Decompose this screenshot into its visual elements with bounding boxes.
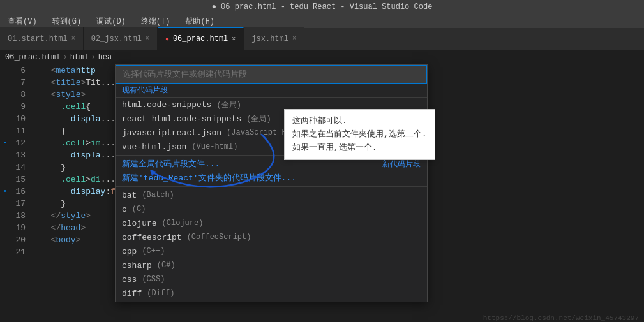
line-num-13: 13 (10, 149, 31, 161)
left-gutter: • • (0, 64, 10, 322)
snippet-item-scope: (Clojure) (162, 219, 204, 228)
snippet-item-vuehtml[interactable]: vue-html.json (Vue-html) (116, 140, 427, 154)
tab-close-icon[interactable]: × (71, 35, 75, 42)
menu-debug[interactable]: 调试(D) (94, 15, 128, 28)
line-numbers: 6 7 8 9 10 11 12 13 14 15 16 17 18 19 20… (10, 64, 36, 322)
snippet-item-scope: (Vue-html) (191, 142, 237, 151)
menu-goto[interactable]: 转到(G) (50, 15, 84, 28)
snippet-item-scope: (C#) (157, 261, 176, 270)
snippet-item-bat[interactable]: bat (Batch) (116, 188, 427, 202)
breadcrumb-item-html[interactable]: html (70, 53, 89, 62)
snippet-item-scope: (全局) (216, 99, 241, 110)
snippet-item-label: css (122, 275, 137, 284)
snippet-item-label: 新建全局代码片段文件... (122, 158, 220, 170)
menu-view[interactable]: 查看(V) (5, 15, 40, 28)
menu-help[interactable]: 帮助(H) (183, 15, 217, 28)
snippet-item-scope: (Diff) (147, 289, 174, 298)
snippet-item-jsreact[interactable]: javascriptreact.json (JavaScript React) (116, 126, 427, 140)
menu-terminal[interactable]: 终端(T) (139, 15, 173, 28)
snippet-list[interactable]: html.code-snippets (全局) react_html.code-… (116, 98, 427, 302)
snippet-item-clojure[interactable]: clojure (Clojure) (116, 216, 427, 230)
snippet-item-label: cpp (122, 247, 137, 256)
tab-06prac[interactable]: ● 06_prac.html × (158, 27, 244, 50)
snippet-item-csharp[interactable]: csharp (C#) (116, 258, 427, 272)
snippet-item-html[interactable]: html.code-snippets (全局) (116, 98, 427, 112)
title-bar: ● 06_prac.html - tedu_React - Visual Stu… (0, 0, 644, 14)
tab-02jsx[interactable]: 02_jsx.html × (84, 27, 158, 50)
line-num-6: 6 (10, 64, 31, 77)
snippet-item-label: bat (122, 191, 137, 200)
line-num-9: 9 (10, 101, 31, 113)
line-num-10: 10 (10, 113, 31, 125)
snippet-item-label: html.code-snippets (122, 100, 211, 110)
snippet-item-label: react_html.code-snippets (122, 114, 241, 124)
snippet-item-label: csharp (122, 261, 152, 270)
gutter-breakpoint: • (3, 137, 7, 149)
line-num-8: 8 (10, 89, 31, 101)
snippet-item-label: diff (122, 289, 142, 298)
snippet-divider-2 (116, 186, 427, 187)
snippet-item-label: vue-html.json (122, 142, 186, 152)
snippet-item-scope: (CoffeeScript) (187, 233, 251, 242)
snippet-item-c[interactable]: c (C) (116, 202, 427, 216)
snippet-item-label: c (122, 205, 127, 214)
tab-label: 06_prac.html (173, 34, 228, 43)
line-num-21: 21 (10, 246, 31, 258)
new-snippet-label: 新代码片段 (382, 159, 421, 170)
snippet-item-docker[interactable]: dockerfile (Dockerfile) (116, 300, 427, 302)
tab-close-icon[interactable]: × (292, 35, 296, 42)
snippet-item-label: coffeescript (122, 233, 182, 242)
breadcrumb-item-hea[interactable]: hea (98, 53, 112, 62)
line-num-7: 7 (10, 77, 31, 89)
tab-close-icon[interactable]: × (146, 35, 149, 42)
snippet-item-scope: (C++) (142, 247, 165, 256)
breadcrumb: 06_prac.html › html › hea (0, 50, 644, 64)
snippet-item-label: javascriptreact.json (122, 128, 221, 138)
tab-01start[interactable]: 01.start.html × (0, 27, 84, 50)
snippet-item-label: clojure (122, 219, 157, 228)
line-num-12: 12 (10, 137, 31, 149)
line-num-20: 20 (10, 234, 31, 246)
existing-label: 现有代码片段 (122, 85, 168, 96)
tab-label: 02_jsx.html (91, 34, 142, 43)
snippet-item-scope: (CSS) (142, 275, 165, 284)
tab-label: jsx.html (251, 34, 288, 43)
tab-jsx[interactable]: jsx.html × (244, 27, 304, 50)
snippet-existing-header: 现有代码片段 (116, 84, 427, 98)
line-num-17: 17 (10, 198, 31, 210)
snippet-item-cpp[interactable]: cpp (C++) (116, 244, 427, 258)
line-num-14: 14 (10, 161, 31, 173)
line-num-19: 19 (10, 222, 31, 234)
snippet-item-diff[interactable]: diff (Diff) (116, 286, 427, 300)
snippet-item-scope: (JavaScript React) (227, 128, 310, 137)
snippet-item-new-global[interactable]: 新建全局代码片段文件... 新代码片段 (116, 157, 427, 171)
menu-bar: 查看(V) 转到(G) 调试(D) 终端(T) 帮助(H) (0, 14, 644, 28)
snippet-picker[interactable]: 现有代码片段 html.code-snippets (全局) react_htm… (115, 64, 428, 302)
line-num-15: 15 (10, 173, 31, 186)
breadcrumb-item-file[interactable]: 06_prac.html (5, 53, 60, 62)
snippet-item-label: 新建'tedu_React'文件夹的代码片段文件... (122, 172, 296, 184)
tab-close-icon[interactable]: × (232, 36, 236, 43)
snippet-divider-1 (116, 155, 427, 156)
snippet-item-coffee[interactable]: coffeescript (CoffeeScript) (116, 230, 427, 244)
tab-label: 01.start.html (8, 34, 68, 43)
line-num-18: 18 (10, 210, 31, 222)
snippet-search-input[interactable] (116, 65, 427, 84)
snippet-item-scope: (全局) (246, 113, 271, 124)
snippet-item-scope: (Batch) (142, 191, 174, 200)
line-num-16: 16 (10, 186, 31, 198)
snippet-item-new-folder[interactable]: 新建'tedu_React'文件夹的代码片段文件... (116, 171, 427, 185)
editor-area: • • 6 7 8 9 10 11 12 13 14 15 16 17 18 1… (0, 64, 644, 322)
window-title: ● 06_prac.html - tedu_React - Visual Stu… (212, 3, 433, 11)
snippet-item-css[interactable]: css (CSS) (116, 272, 427, 286)
snippet-item-react-html[interactable]: react_html.code-snippets (全局) (116, 112, 427, 126)
gutter-breakpoint2: • (3, 186, 7, 198)
snippet-item-scope: (C) (132, 205, 146, 214)
modified-dot: ● (165, 36, 169, 43)
line-num-11: 11 (10, 125, 31, 137)
tab-bar: 01.start.html × 02_jsx.html × ● 06_prac.… (0, 28, 644, 50)
